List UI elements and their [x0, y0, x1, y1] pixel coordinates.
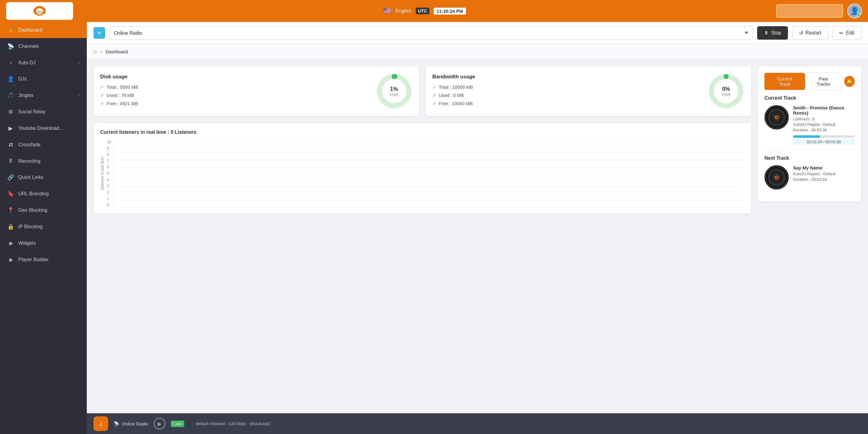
- progress-container: 00:01:34 / 00:03:38: [793, 135, 855, 145]
- track-tabs: Current Track Past Tracks 🔔: [765, 73, 855, 90]
- next-track-name: Say My Name: [793, 165, 855, 170]
- disk-used-row: ✓ Used : 79 MB: [100, 92, 370, 98]
- progress-bar-fill: [793, 135, 820, 138]
- youtube-icon: ▶: [7, 125, 14, 132]
- jingles-icon: 🎵: [7, 92, 14, 99]
- sidebar-item-label: DJs: [18, 76, 80, 82]
- svg-text:STREAMING: STREAMING: [35, 14, 44, 16]
- url-branding-icon: 🔖: [7, 191, 14, 197]
- current-track-item: Smith - Promise (Dance Remix) Listeners …: [765, 105, 855, 145]
- notification-button[interactable]: 🔔: [844, 76, 855, 87]
- timezone-badge: UTC: [416, 8, 429, 14]
- sidebar-item-label: Dashboard: [18, 27, 80, 33]
- online-status-dot: [857, 13, 861, 17]
- social-icon: ⚙: [7, 109, 14, 115]
- play-button[interactable]: ▶: [154, 418, 165, 429]
- sidebar-item-label: Crossfade: [18, 142, 80, 147]
- chart-area: listeners in real time 10 9 8 7 6 5 4 3 …: [100, 140, 744, 207]
- sidebar-item-label: Youtube Download...: [18, 125, 80, 131]
- main-layout: ⌂ Dashboard 📡 Channels ♪ Auto DJ › 👤 DJs…: [0, 22, 868, 434]
- bandwidth-percent-label: 0% Used: [722, 86, 730, 97]
- edit-button[interactable]: ✏ Edit: [832, 26, 861, 39]
- time-display: 11:25:24 PM: [434, 8, 466, 15]
- current-track-section-label: Current Track: [765, 95, 855, 101]
- y-axis-label: listeners in real time: [100, 157, 104, 190]
- language-label: English: [396, 8, 411, 14]
- bw-total-row: ✓ Total : 10000 MB: [432, 84, 702, 90]
- sidebar-item-youtube-download[interactable]: ▶ Youtube Download...: [0, 120, 87, 137]
- station-bar: + Online Radio ⏸ Stop ↺ Restart ✏ Edit: [87, 22, 868, 44]
- avatar[interactable]: 👤: [847, 4, 862, 18]
- add-station-button[interactable]: +: [93, 27, 105, 39]
- sidebar-item-ip-blocking[interactable]: 🔒 IP Blocking: [0, 219, 87, 235]
- chart-title: Current listeners in real time : 0 Liste…: [100, 129, 744, 135]
- search-input[interactable]: [776, 4, 843, 18]
- sidebar-item-quick-links[interactable]: 🔗 Quick Links: [0, 169, 87, 185]
- crossfade-icon: ⇄: [7, 141, 14, 148]
- bw-free-row: ✓ Free : 10000 MB: [432, 100, 702, 106]
- sidebar-item-geo-blocking[interactable]: 📍 Geo Blocking: [0, 202, 87, 219]
- topbar: YES STREAMING 🇺🇸 English UTC 11:25:24 PM…: [0, 0, 868, 22]
- station-select[interactable]: Online Radio: [109, 26, 753, 39]
- sidebar-item-label: URL Branding: [18, 191, 80, 197]
- broadcast-icon: 📡: [114, 421, 119, 426]
- breadcrumb-home-icon[interactable]: ⌂: [93, 49, 97, 55]
- chart-plot: [113, 140, 744, 207]
- tab-current-track[interactable]: Current Track: [765, 73, 805, 90]
- current-track-listeners: Listeners : 0: [793, 117, 855, 121]
- disk-percent-label: 1% Used: [390, 86, 398, 97]
- sidebar-item-auto-dj[interactable]: ♪ Auto DJ ›: [0, 55, 87, 71]
- bandwidth-donut-chart: 0% Used: [708, 73, 744, 109]
- sidebar-item-recording[interactable]: 🎙 Recording: [0, 153, 87, 169]
- home-icon: ⌂: [7, 27, 14, 33]
- sidebar-item-label: Recording: [18, 158, 80, 164]
- sidebar-item-player-builder[interactable]: ◈ Player Builder: [0, 252, 87, 268]
- sidebar-item-social-relay[interactable]: ⚙ Social Relay: [0, 104, 87, 120]
- sidebar-item-label: Player Builder: [18, 257, 80, 262]
- check-used-icon: ✓: [100, 92, 104, 98]
- sidebar-item-djs[interactable]: 👤 DJs: [0, 71, 87, 87]
- current-track-disc: [765, 105, 789, 129]
- sidebar: ⌂ Dashboard 📡 Channels ♪ Auto DJ › 👤 DJs…: [0, 22, 87, 434]
- player-bar: ♪ 📡 Online Radio ▶ Live default-channel …: [87, 413, 868, 434]
- sidebar-item-url-branding[interactable]: 🔖 URL Branding: [0, 185, 87, 202]
- recording-icon: 🎙: [7, 158, 14, 164]
- sidebar-item-widgets[interactable]: ◈ Widgets: [0, 235, 87, 252]
- channels-icon: 📡: [7, 43, 14, 50]
- sidebar-item-crossfade[interactable]: ⇄ Crossfade: [0, 137, 87, 153]
- sidebar-item-label: Geo Blocking: [18, 207, 80, 213]
- disk-usage-title: Disk usage: [100, 74, 370, 80]
- player-music-icon: ♪: [93, 416, 108, 431]
- svg-point-25: [776, 116, 778, 118]
- disk-total-row: ✓ Total : 5000 MB: [100, 84, 370, 90]
- current-track-name: Smith - Promise (Dance Remix): [793, 105, 855, 116]
- content-area: + Online Radio ⏸ Stop ↺ Restart ✏ Edit ⌂…: [87, 22, 868, 434]
- next-track-duration: Duration : 00:03:18: [793, 177, 855, 182]
- y-axis: 10 9 8 7 6 5 4 3 2 1 0: [107, 140, 113, 207]
- autodj-icon: ♪: [7, 59, 14, 66]
- sidebar-item-channels[interactable]: 📡 Channels: [0, 38, 87, 55]
- disk-donut-chart: 1% Used: [376, 73, 412, 109]
- sidebar-item-jingles[interactable]: 🎵 Jingles ›: [0, 87, 87, 104]
- stop-button[interactable]: ⏸ Stop: [757, 26, 788, 39]
- sidebar-item-dashboard[interactable]: ⌂ Dashboard: [0, 22, 87, 38]
- check-free-icon: ✓: [100, 100, 104, 106]
- svg-point-31: [776, 176, 778, 178]
- bandwidth-usage-info: Bandwidth usage ✓ Total : 10000 MB ✓ Use…: [432, 74, 702, 109]
- geo-blocking-icon: 📍: [7, 207, 14, 214]
- chevron-right-icon: ›: [78, 60, 80, 65]
- current-track-details: Smith - Promise (Dance Remix) Listeners …: [793, 105, 855, 145]
- player-channel-info: default-channel - 128 kbps - shoutcast2: [196, 421, 271, 426]
- next-track-item: Say My Name AutoDJ Playlist : Default Du…: [765, 165, 855, 190]
- usage-cards: Disk usage ✓ Total : 5000 MB ✓ Used : 79…: [93, 66, 751, 116]
- bell-icon: 🔔: [846, 79, 852, 84]
- sidebar-item-label: Auto DJ: [18, 60, 74, 65]
- ip-blocking-icon: 🔒: [7, 223, 14, 230]
- restart-button[interactable]: ↺ Restart: [792, 26, 828, 39]
- track-panel-card: Current Track Past Tracks 🔔 Current Trac…: [758, 66, 861, 202]
- breadcrumb: ⌂ > Dashboard: [87, 44, 868, 59]
- disk-free-row: ✓ Free : 4921 MB: [100, 100, 370, 106]
- tab-past-tracks[interactable]: Past Tracks: [805, 73, 842, 90]
- live-badge: Live: [171, 421, 184, 427]
- player-builder-icon: ◈: [7, 256, 14, 263]
